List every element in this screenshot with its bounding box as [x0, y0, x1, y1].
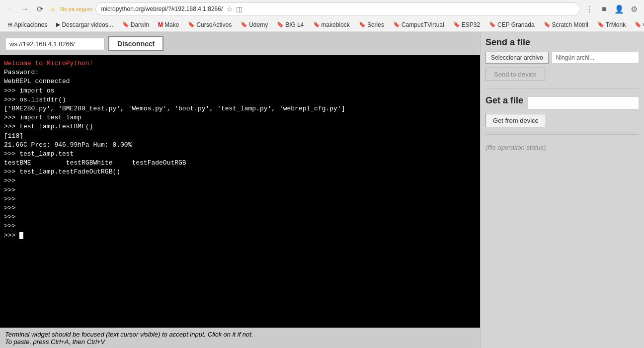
bookmark-apps[interactable]: ⊞ Aplicaciones: [4, 20, 51, 29]
get-from-device-button[interactable]: Get from device: [485, 114, 546, 127]
section-divider: [485, 88, 639, 88]
nav-bar: ← → ⟳ ⚠ No es seguro micropython.org/web…: [0, 0, 644, 18]
terminal-line: >>>: [4, 176, 476, 185]
terminal-line: >>> os.listdir(): [4, 95, 476, 104]
address-bar-icons: ☆ ◫: [227, 5, 242, 13]
address-bar[interactable]: micropython.org/webrepl/?#192.168.4.1:82…: [95, 2, 580, 15]
bookmark-udemy[interactable]: 🔖 Udemy: [237, 20, 272, 29]
browser-chrome: ← → ⟳ ⚠ No es seguro micropython.org/web…: [0, 0, 644, 32]
darwin-icon: 🔖: [122, 21, 129, 28]
file-operation-status: (file operation status): [485, 142, 639, 153]
bookmark-darwin-label: Darwin: [131, 21, 149, 28]
bookmark-campus-label: CampusTVirtual: [402, 21, 444, 28]
terminal-line: testBME testRGBWhite testFadeOutRGB: [4, 159, 476, 168]
choose-file-button[interactable]: Seleccionar archivo: [485, 52, 549, 64]
bookmark-trmonk[interactable]: 🔖 TrMonk: [593, 20, 630, 29]
send-to-device-button[interactable]: Send to device: [485, 68, 545, 81]
bookmarks-bar: ⊞ Aplicaciones ▶ Descargar videos... 🔖 D…: [0, 18, 644, 32]
forward-button[interactable]: →: [19, 3, 31, 15]
terminal-line: >>> test_lamp.testBME(): [4, 122, 476, 131]
terminal-line: >>> test_lamp.test: [4, 150, 476, 159]
user-button[interactable]: 👤: [613, 3, 625, 15]
terminal-line: >>>: [4, 222, 476, 231]
bookmark-makeblock[interactable]: 🔖 makeblock: [309, 20, 354, 29]
disconnect-button[interactable]: Disconnect: [108, 36, 163, 51]
campus-icon: 🔖: [393, 21, 400, 28]
footer-line1: Terminal widget should be focused (text …: [5, 331, 475, 338]
security-icon: ⚠: [49, 6, 57, 12]
bookmark-cursoactivos-label: CursoActivos: [196, 21, 232, 28]
main-content: Disconnect Welcome to MicroPython! Passw…: [0, 32, 644, 348]
descargar-icon: ▶: [56, 21, 60, 28]
makeblock-icon: 🔖: [313, 21, 320, 28]
bookmark-scratch-label: Scratch Motril: [552, 21, 588, 28]
terminal-line: >>> import os: [4, 87, 476, 95]
star-icon[interactable]: ☆: [227, 5, 233, 13]
terminal-line: >>>: [4, 195, 476, 204]
security-warning-text: No es seguro: [60, 6, 92, 12]
esp32-icon: 🔖: [453, 21, 460, 28]
bookmark-campustvirtual[interactable]: 🔖 CampusTVirtual: [389, 20, 448, 29]
settings-button[interactable]: ⚙: [628, 3, 640, 15]
bigl4-icon: 🔖: [277, 21, 284, 28]
trmonk-icon: 🔖: [597, 21, 604, 28]
terminal-line: WebREPL connected: [4, 77, 476, 86]
bookmark-udemy-label: Udemy: [249, 21, 268, 28]
ws-address-input[interactable]: [5, 38, 104, 50]
terminal-line: [118]: [4, 132, 476, 141]
terminal-output[interactable]: Welcome to MicroPython! Password: WebREP…: [0, 55, 480, 328]
file-name-display: Ningún archi...: [552, 52, 639, 64]
terminal-line: ['BME280.py', 'BME280_test.py', 'Wemos.p…: [4, 104, 476, 113]
menu-button[interactable]: ⋮: [583, 3, 595, 15]
bookmark-scratch[interactable]: 🔖 Scratch Motril: [540, 20, 592, 29]
bookmark-trmonk-label: TrMonk: [606, 21, 626, 28]
bookmark-esp32-label: ESP32: [462, 21, 480, 28]
section-divider-2: [485, 134, 639, 135]
extensions-button[interactable]: ■: [598, 3, 610, 15]
scratch-icon: 🔖: [544, 21, 551, 28]
cursoactivos-icon: 🔖: [188, 21, 195, 28]
footer-line2: To paste, press Ctrl+A, then Ctrl+V: [5, 338, 475, 346]
bookmark-descargar-label: Descargar videos...: [62, 21, 113, 28]
bookmark-darwin[interactable]: 🔖 Darwin: [118, 20, 153, 29]
cepgranada-icon: 🔖: [489, 21, 496, 28]
send-file-title: Send a file: [485, 37, 639, 48]
terminal-line: >>>: [4, 186, 476, 195]
terminal-area: Disconnect Welcome to MicroPython! Passw…: [0, 32, 480, 348]
terminal-footer: Terminal widget should be focused (text …: [0, 328, 480, 348]
address-text: micropython.org/webrepl/?#192.168.4.1:82…: [101, 5, 223, 12]
bookmark-cepgranada[interactable]: 🔖 CEP Granada: [485, 20, 539, 29]
right-panel: Send a file Seleccionar archivo Ningún a…: [480, 32, 644, 348]
bookmark-cursoactivos[interactable]: 🔖 CursoActivos: [184, 20, 236, 29]
bookmark-bigl4-label: BIG L4: [285, 21, 304, 28]
terminal-line: 21.66C Pres: 946.99hPa Hum: 0.00%: [4, 141, 476, 150]
terminal-cursor: [19, 232, 23, 239]
terminal-line: >>> test_lamp.testFadeOutRGB(): [4, 168, 476, 176]
terminal-line: >>> import test_lamp: [4, 113, 476, 122]
series-icon: 🔖: [359, 21, 366, 28]
file-input-row: Seleccionar archivo Ningún archi...: [485, 52, 639, 64]
bookmark-series[interactable]: 🔖 Series: [355, 20, 388, 29]
terminal-line: >>>: [4, 204, 476, 213]
udemy-icon: 🔖: [241, 21, 247, 28]
monitor-icon[interactable]: ◫: [236, 5, 242, 13]
bookmark-make[interactable]: M Make: [154, 20, 183, 29]
bookmark-cepgranada-label: CEP Granada: [497, 21, 535, 28]
apps-icon: ⊞: [8, 21, 12, 28]
bookmark-series-label: Series: [367, 21, 384, 28]
send-file-section: Send a file Seleccionar archivo Ningún a…: [485, 37, 639, 81]
back-button[interactable]: ←: [4, 3, 16, 15]
bookmark-esp32[interactable]: 🔖 ESP32: [449, 20, 484, 29]
bookmark-descargar[interactable]: ▶ Descargar videos...: [52, 20, 117, 29]
reload-button[interactable]: ⟳: [34, 3, 46, 15]
terminal-prompt: >>>: [4, 231, 476, 240]
bookmark-apps-label: Aplicaciones: [14, 21, 47, 28]
bookmark-make-label: Make: [164, 21, 179, 28]
bookmark-bigl4[interactable]: 🔖 BIG L4: [273, 20, 308, 29]
get-file-input[interactable]: [527, 96, 639, 109]
bookmark-makeblock-label: makeblock: [322, 21, 350, 28]
bioinformati-icon: 🔖: [635, 21, 642, 28]
get-file-section: Get a file Get from device: [485, 95, 639, 127]
terminal-line: Welcome to MicroPython!: [4, 59, 476, 68]
bookmark-bioinformati[interactable]: 🔖 Curso bioinformati...: [631, 20, 644, 29]
